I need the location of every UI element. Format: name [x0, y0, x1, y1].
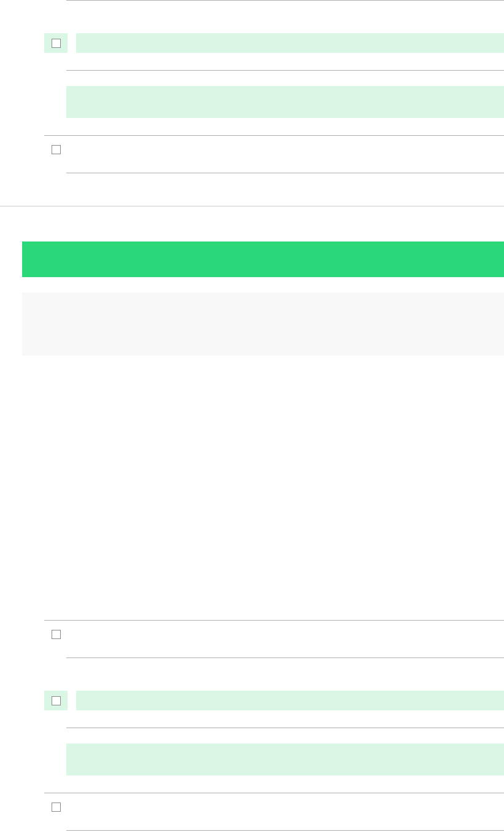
divider-line [66, 830, 504, 831]
content-block-highlight [66, 86, 504, 118]
row-left-highlight [44, 691, 68, 710]
row-right-highlight [76, 691, 504, 710]
checkbox[interactable] [52, 803, 61, 812]
section-divider [0, 206, 504, 206]
main-container [0, 0, 504, 831]
divider-line [66, 70, 504, 71]
row-right-highlight [76, 33, 504, 53]
spacer [0, 356, 504, 620]
checkbox[interactable] [52, 630, 61, 639]
info-panel [22, 292, 504, 356]
section-header-bar [22, 241, 504, 277]
list-item[interactable] [44, 624, 504, 644]
section-bottom [0, 620, 504, 831]
list-item-highlighted[interactable] [44, 33, 504, 53]
list-item[interactable] [44, 139, 504, 159]
checkbox[interactable] [52, 39, 61, 48]
section-top [0, 0, 504, 173]
divider-line [66, 728, 504, 728]
list-item[interactable] [44, 797, 504, 817]
content-block-highlight [66, 744, 504, 775]
row-left-highlight [44, 33, 68, 53]
checkbox[interactable] [52, 696, 61, 705]
list-item-highlighted[interactable] [44, 691, 504, 710]
checkbox[interactable] [52, 145, 61, 154]
